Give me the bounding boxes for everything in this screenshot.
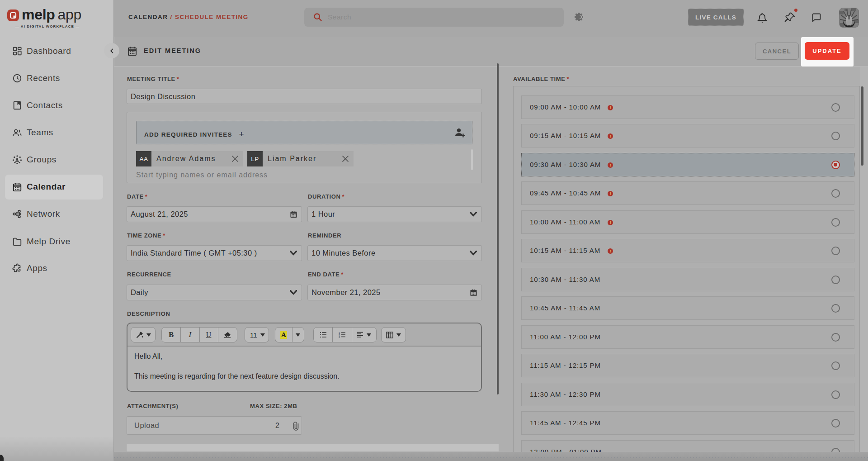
svg-text:3: 3 — [339, 336, 340, 338]
